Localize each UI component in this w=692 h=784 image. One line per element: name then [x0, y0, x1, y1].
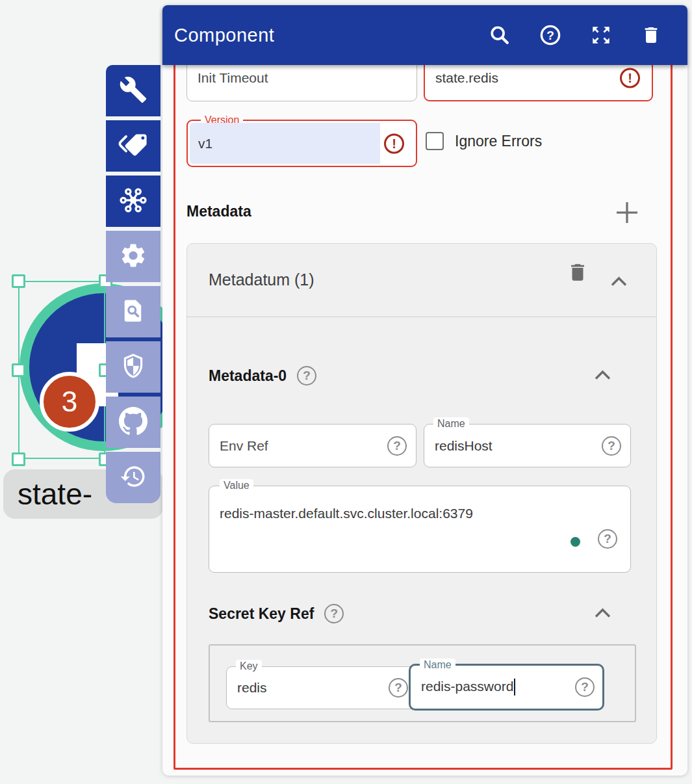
init-timeout-placeholder: Init Timeout — [198, 70, 268, 86]
app-stage: 3 state- — [0, 0, 692, 784]
toolbar-button-history[interactable] — [106, 452, 160, 503]
secret-key-field[interactable]: Key redis ? — [226, 666, 418, 709]
value-field-label: Value — [220, 479, 253, 492]
trash-icon[interactable] — [641, 24, 663, 46]
metadata0-heading-row: Metadata-0 ? — [209, 366, 316, 385]
version-value: v1 — [198, 136, 212, 151]
env-ref-placeholder: Env Ref — [220, 438, 268, 454]
metadata-heading: Metadata — [186, 203, 251, 220]
toolbar-button-security[interactable] — [106, 341, 160, 393]
secret-key-value: redis — [237, 680, 267, 696]
add-metadata-button[interactable] — [613, 199, 641, 226]
help-icon[interactable]: ? — [389, 678, 408, 698]
wrench-icon — [119, 75, 147, 107]
github-icon — [118, 406, 148, 439]
search-icon[interactable] — [489, 24, 511, 46]
shield-icon — [120, 352, 147, 382]
secret-key-ref-heading-row: Secret Key Ref ? — [209, 604, 344, 623]
collapse-metadatum-button[interactable] — [610, 276, 628, 287]
env-ref-field[interactable]: Env Ref ? — [209, 424, 416, 467]
svg-text:?: ? — [546, 29, 554, 42]
help-icon[interactable]: ? — [297, 366, 316, 385]
collapse-metadata0-button[interactable] — [594, 370, 611, 380]
history-icon — [120, 463, 147, 493]
toolbar-button-tags[interactable] — [106, 120, 160, 172]
hub-icon — [118, 185, 148, 218]
secret-name-value: redis-password — [421, 679, 569, 696]
tag-icon — [118, 131, 148, 162]
component-type-value: state.redis — [435, 70, 498, 86]
version-field[interactable]: Version v1 ! — [186, 120, 417, 167]
toolbar-button-github[interactable] — [106, 397, 160, 448]
secret-name-field[interactable]: Name redis-password ? — [409, 664, 604, 711]
error-count-badge: 3 — [40, 372, 99, 432]
panel-title: Component — [162, 25, 274, 46]
metadata0-heading: Metadata-0 — [209, 367, 287, 385]
toolbar-button-settings[interactable] — [106, 231, 160, 282]
toolbar-button-hub[interactable] — [106, 176, 160, 227]
metadatum-title: Metadatum (1) — [209, 270, 314, 289]
divider — [187, 317, 656, 317]
component-type-field[interactable]: state.redis ! — [424, 65, 653, 101]
ignore-errors-label: Ignore Errors — [455, 131, 542, 151]
panel-header: Component ? — [162, 5, 687, 65]
collapse-secret-key-ref-button[interactable] — [594, 608, 611, 618]
error-icon: ! — [620, 68, 640, 88]
component-properties-panel: Component ? Init Timeout — [162, 5, 687, 776]
help-icon[interactable]: ? — [539, 24, 561, 46]
doc-search-icon — [120, 297, 147, 327]
ignore-errors-checkbox[interactable] — [426, 132, 444, 150]
help-icon[interactable]: ? — [598, 529, 617, 549]
init-timeout-field[interactable]: Init Timeout — [186, 65, 417, 101]
secret-name-field-label: Name — [420, 659, 455, 672]
selection-handle-top-left[interactable] — [12, 274, 25, 288]
help-icon[interactable]: ? — [602, 436, 621, 456]
selection-handle-mid-left[interactable] — [12, 363, 25, 377]
secret-key-ref-group: Key redis ? Name redis-password ? — [209, 644, 636, 722]
help-icon[interactable]: ? — [324, 604, 344, 623]
secret-key-ref-heading: Secret Key Ref — [209, 605, 314, 623]
help-icon[interactable]: ? — [387, 436, 407, 456]
gear-icon — [119, 241, 147, 272]
text-cursor — [514, 679, 515, 696]
autofill-highlight — [190, 123, 380, 164]
selection-handle-bottom-left[interactable] — [12, 452, 25, 466]
toolbar-button-properties[interactable] — [106, 65, 160, 116]
metadata-name-value: redisHost — [435, 438, 493, 454]
metadata-name-field[interactable]: Name redisHost ? — [424, 424, 631, 467]
status-dot — [570, 537, 580, 547]
node-toolbar — [106, 65, 160, 507]
toolbar-button-inspect[interactable] — [106, 286, 160, 337]
panel-body: Init Timeout state.redis ! Version v1 ! … — [162, 65, 687, 776]
metadata-value-field[interactable]: Value redis-master.default.svc.cluster.l… — [209, 486, 631, 573]
help-icon[interactable]: ? — [575, 677, 595, 697]
delete-metadatum-button[interactable] — [567, 261, 589, 283]
key-field-label: Key — [236, 660, 262, 673]
name-field-label: Name — [433, 417, 469, 430]
metadata-value-text: redis-master.default.svc.cluster.local:6… — [220, 506, 473, 521]
error-icon: ! — [384, 133, 404, 153]
metadatum-card: Metadatum (1) Metadata-0 ? Env Ref — [186, 243, 657, 744]
expand-icon[interactable] — [590, 24, 612, 46]
